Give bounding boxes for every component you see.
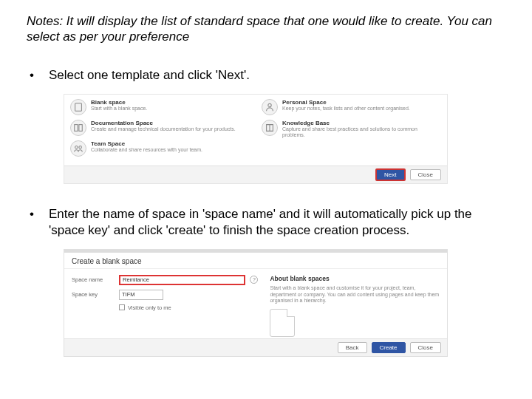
next-button[interactable]: Next [375, 168, 405, 181]
close-button[interactable]: Close [410, 169, 441, 180]
svg-point-3 [75, 146, 78, 149]
close-button[interactable]: Close [410, 342, 441, 353]
space-key-input[interactable]: TIFM [119, 290, 163, 300]
page-icon [270, 309, 295, 337]
template-documentation-space[interactable]: Documentation Space Create and manage te… [70, 120, 250, 136]
svg-point-4 [79, 146, 82, 149]
template-desc: Create and manage technical documentatio… [91, 126, 236, 132]
step-1-text: Select one template and click 'Next'. [49, 67, 505, 83]
template-blank-space[interactable]: Blank space Start with a blank space. [70, 99, 250, 115]
template-title: Knowledge Base [282, 120, 441, 126]
space-name-input[interactable]: Remitance [119, 275, 245, 285]
template-title: Documentation Space [91, 120, 236, 126]
book-icon [262, 120, 278, 136]
template-list-screenshot: Blank space Start with a blank space. Do… [64, 94, 448, 184]
about-title: About blank spaces [270, 275, 440, 282]
back-button[interactable]: Back [338, 342, 367, 353]
person-icon [262, 99, 278, 115]
template-desc: Collaborate and share resources with you… [91, 147, 202, 153]
docs-icon [70, 120, 86, 136]
step-2-text: Enter the name of space in 'space name' … [49, 206, 505, 239]
svg-rect-1 [75, 124, 78, 131]
help-icon[interactable]: ? [250, 276, 258, 284]
bullet-dot: • [27, 67, 49, 83]
svg-rect-0 [75, 103, 82, 111]
about-text: Start with a blank space and customise i… [270, 285, 440, 304]
notes-text: Notes: It will display the list of stand… [27, 13, 505, 45]
template-title: Team Space [91, 140, 202, 147]
visible-only-checkbox[interactable] [119, 304, 125, 310]
template-knowledge-base[interactable]: Knowledge Base Capture and share best pr… [262, 120, 441, 138]
bullet-dot: • [27, 206, 49, 239]
template-desc: Start with a blank space. [91, 106, 147, 112]
dialog-title: Create a blank space [64, 253, 447, 269]
template-title: Personal Space [282, 99, 410, 106]
page-icon [70, 99, 86, 115]
template-title: Blank space [91, 99, 147, 106]
step-2: • Enter the name of space in 'space name… [27, 206, 505, 239]
space-key-label: Space key [72, 291, 115, 298]
team-icon [70, 140, 86, 157]
template-personal-space[interactable]: Personal Space Keep your notes, task lis… [262, 99, 441, 115]
svg-point-5 [268, 103, 271, 106]
visible-only-label: Visible only to me [128, 304, 171, 311]
create-button[interactable]: Create [372, 342, 406, 353]
template-desc: Capture and share best practices and sol… [282, 126, 441, 138]
template-desc: Keep your notes, task lists and other co… [282, 106, 410, 112]
template-team-space[interactable]: Team Space Collaborate and share resourc… [70, 140, 250, 157]
space-name-label: Space name [72, 276, 115, 283]
step-1: • Select one template and click 'Next'. [27, 67, 505, 83]
create-space-dialog-screenshot: Create a blank space Space name Remitanc… [64, 249, 448, 357]
svg-rect-2 [79, 124, 82, 131]
